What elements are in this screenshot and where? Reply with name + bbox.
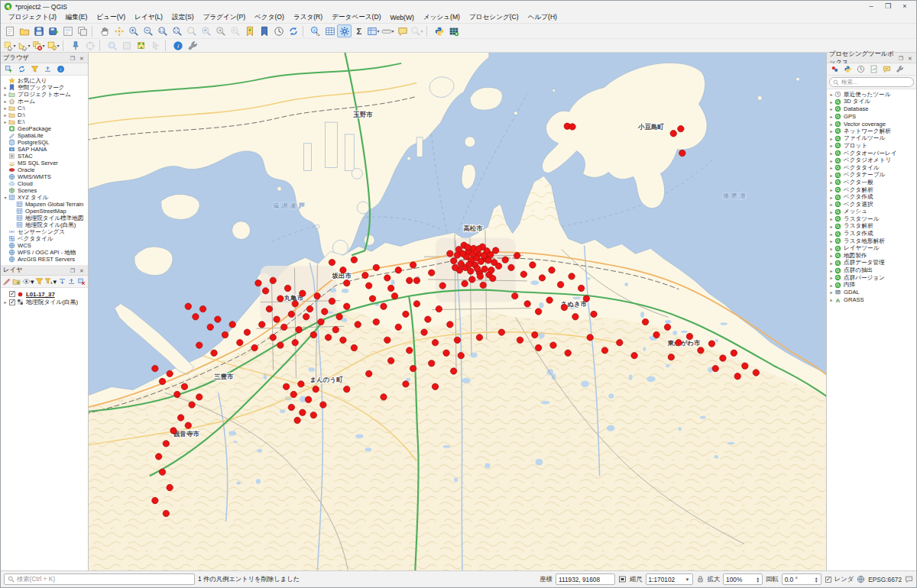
- map-tips-button[interactable]: [395, 24, 410, 37]
- processing-item-1[interactable]: ▸ 3D タイル: [827, 99, 916, 106]
- menu-item-10[interactable]: メッシュ(M): [419, 12, 465, 23]
- filter-legend-button[interactable]: [35, 276, 44, 287]
- menu-item-4[interactable]: 設定(S): [167, 12, 199, 23]
- browser-item-9[interactable]: PostgreSQL: [1, 139, 88, 146]
- open-layer-styling-button[interactable]: [2, 276, 11, 287]
- browser-item-11[interactable]: STAC: [1, 153, 88, 160]
- annotation-move-button[interactable]: [119, 39, 134, 52]
- processing-item-10[interactable]: ▸ ベクタタイル: [827, 164, 916, 172]
- processing-item-25[interactable]: ▸ 点群バージョン: [827, 274, 916, 282]
- processing-close-button[interactable]: ✕: [906, 54, 914, 62]
- layers-close-button[interactable]: ✕: [78, 267, 86, 274]
- processing-item-6[interactable]: ▸ ファイルツール: [827, 135, 916, 143]
- menu-item-0[interactable]: プロジェクト(J): [4, 12, 61, 23]
- menu-item-5[interactable]: プラグイン(P): [199, 12, 250, 23]
- new-print-layout-button[interactable]: [60, 24, 75, 37]
- save-project-button[interactable]: [31, 24, 46, 37]
- browser-properties-button[interactable]: i: [54, 64, 66, 75]
- browser-filter-button[interactable]: [28, 64, 41, 75]
- collapse-all-button[interactable]: [67, 276, 76, 287]
- diagram-options-button[interactable]: [134, 39, 148, 52]
- processing-item-18[interactable]: ▸ ラスタ解析: [827, 223, 916, 231]
- processing-item-28[interactable]: ▸ GRASS: [827, 296, 916, 304]
- processing-item-26[interactable]: ▸ 内挿: [827, 281, 916, 289]
- processing-item-2[interactable]: ▸ Database: [827, 105, 916, 113]
- browser-refresh-button[interactable]: [15, 64, 28, 75]
- menu-item-11[interactable]: プロセシング(C): [465, 12, 523, 23]
- processing-search-input[interactable]: 検索...: [829, 77, 914, 87]
- temporal-controller-button[interactable]: [271, 24, 286, 37]
- processing-models-button[interactable]: [828, 64, 841, 75]
- add-group-button[interactable]: [12, 276, 21, 287]
- new-virtual-layer-button[interactable]: [446, 24, 461, 37]
- browser-item-13[interactable]: Oracle: [1, 166, 88, 173]
- layer-visibility-checkbox[interactable]: [9, 291, 15, 297]
- layer-item-0[interactable]: L01-17_37: [1, 290, 88, 299]
- rotation-spinbox[interactable]: 0.0 °▲▼: [782, 573, 821, 585]
- browser-item-14[interactable]: WMS/WMTS: [1, 173, 88, 180]
- menu-item-8[interactable]: データベース(D): [327, 12, 385, 23]
- processing-options-button[interactable]: [893, 64, 906, 75]
- refresh-map-button[interactable]: [286, 24, 300, 37]
- open-attribute-table-button[interactable]: [322, 24, 337, 37]
- scale-combobox[interactable]: 1:170102▼: [646, 573, 693, 585]
- pan-map-button[interactable]: [97, 24, 112, 37]
- remove-layer-button[interactable]: [77, 276, 86, 287]
- attribute-actions-button[interactable]: ▾: [366, 24, 381, 37]
- menu-item-1[interactable]: 編集(E): [61, 12, 92, 23]
- zoom-native-button[interactable]: 1:1: [155, 24, 170, 37]
- processing-item-14[interactable]: ▸ ベクタ作成: [827, 193, 916, 201]
- browser-item-4[interactable]: ▸ C:\: [1, 105, 88, 111]
- browser-item-12[interactable]: MS SQL Server: [1, 160, 88, 166]
- select-features-button[interactable]: ▾: [2, 39, 17, 52]
- label-pin-button[interactable]: [68, 39, 83, 52]
- processing-item-9[interactable]: ▸ ベクタジオメトリ: [827, 157, 916, 164]
- processing-item-19[interactable]: ▸ ラスタ作成: [827, 230, 916, 237]
- processing-item-11[interactable]: ▸ ベクタテーブル: [827, 172, 916, 179]
- save-project-as-button[interactable]: [46, 24, 60, 37]
- lock-scale-icon[interactable]: [696, 575, 705, 583]
- select-by-expression-button[interactable]: ▾: [46, 39, 60, 52]
- browser-close-button[interactable]: ✕: [78, 54, 86, 62]
- processing-item-23[interactable]: ▸ 点群データ管理: [827, 260, 916, 267]
- browser-item-18[interactable]: Mapzen Global Terrain: [1, 201, 88, 208]
- new-project-button[interactable]: [2, 24, 17, 37]
- zoom-to-layer-button[interactable]: [199, 24, 213, 37]
- menu-item-6[interactable]: ベクタ(O): [250, 12, 289, 23]
- crs-value[interactable]: EPSG:6672: [868, 576, 902, 583]
- pan-to-selection-button[interactable]: [112, 24, 126, 37]
- processing-item-8[interactable]: ▸ ベクタオーバーレイ: [827, 150, 916, 157]
- annotation-add-button[interactable]: [105, 39, 119, 52]
- coordinate-input[interactable]: 111932, 91608: [556, 573, 615, 585]
- menu-item-9[interactable]: Web(W): [386, 13, 419, 22]
- layer-visibility-checkbox[interactable]: [9, 299, 15, 305]
- diagram-move-button[interactable]: [148, 39, 163, 52]
- browser-item-17[interactable]: ▾ XYZ タイル: [1, 194, 88, 201]
- layer-item-1[interactable]: ▸ 地理院タイル(白黒): [1, 299, 88, 307]
- filter-by-expression-button[interactable]: ε▾: [44, 276, 57, 287]
- processing-item-21[interactable]: ▸ レイヤツール: [827, 244, 916, 252]
- python-console-button[interactable]: [432, 24, 446, 37]
- processing-edit-in-place-button[interactable]: [880, 64, 893, 75]
- processing-scripts-button[interactable]: [841, 64, 854, 75]
- measure-button[interactable]: ▾: [381, 24, 395, 37]
- zoom-extra-button[interactable]: ▾: [410, 24, 424, 37]
- browser-float-button[interactable]: ❐: [69, 54, 76, 62]
- manage-map-themes-button[interactable]: ▾: [22, 276, 34, 287]
- identify-features-button[interactable]: i: [308, 24, 322, 37]
- browser-item-7[interactable]: GeoPackage: [1, 125, 88, 132]
- processing-item-0[interactable]: ▸ 最近使ったツール: [827, 91, 916, 99]
- browser-item-2[interactable]: ▸ プロジェクトホーム: [1, 91, 88, 98]
- deselect-features-button[interactable]: ▾: [31, 39, 46, 52]
- zoom-full-button[interactable]: [170, 24, 184, 37]
- processing-item-12[interactable]: ▸ ベクタ一般: [827, 179, 916, 186]
- zoom-in-button[interactable]: [126, 24, 141, 37]
- processing-history-button[interactable]: [854, 64, 867, 75]
- browser-item-6[interactable]: ▸ E:\: [1, 118, 88, 125]
- processing-item-3[interactable]: ▸ GPS: [827, 113, 916, 121]
- maximize-button[interactable]: ❒: [880, 2, 896, 11]
- browser-item-15[interactable]: Cloud: [1, 180, 88, 187]
- processing-item-13[interactable]: ▸ ベクタ解析: [827, 186, 916, 194]
- project-toolbar-options-button[interactable]: [185, 39, 199, 52]
- processing-item-5[interactable]: ▸ ネットワーク解析: [827, 128, 916, 135]
